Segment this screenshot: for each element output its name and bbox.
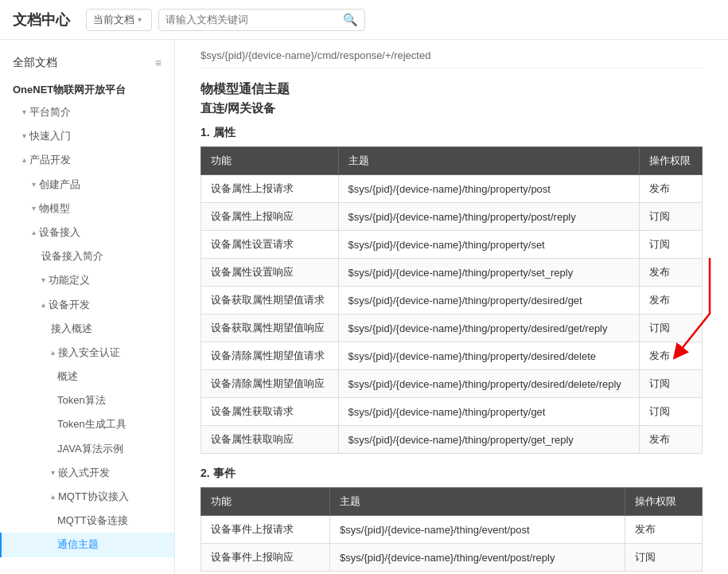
col-header-topic: 主题 — [338, 147, 639, 175]
table-row: 设备属性获取响应$sys/{pid}/{device-name}/thing/p… — [201, 426, 703, 454]
search-icon[interactable]: 🔍 — [343, 13, 358, 27]
table-cell: 设备事件上报请求 — [201, 516, 330, 544]
table-row: 设备属性设置请求$sys/{pid}/{device-name}/thing/p… — [201, 231, 703, 259]
sidebar-item-label: MQTT设备连接 — [57, 513, 128, 528]
arrow-icon: ▴ — [51, 491, 55, 502]
breadcrumb-path: $sys/{pid}/{device-name}/cmd/response/+/… — [200, 40, 703, 68]
sidebar-item-label: 平台简介 — [29, 105, 71, 119]
col-header-func: 功能 — [201, 488, 330, 516]
table-row: 设备清除属性期望值请求$sys/{pid}/{device-name}/thin… — [201, 342, 703, 370]
header: 文档中心 当前文档 ▾ 🔍 — [0, 0, 728, 40]
sidebar-item-platform[interactable]: ▾ 平台简介 — [0, 100, 174, 124]
sidebar-item-quickstart[interactable]: ▾ 快速入门 — [0, 124, 174, 148]
sidebar-item-label: 快速入门 — [29, 129, 71, 143]
table-cell: 设备清除属性期望值请求 — [201, 342, 339, 370]
sidebar-item-create-product[interactable]: ▾ 创建产品 — [0, 173, 174, 197]
main-layout: 全部文档 ≡ OneNET物联网开放平台 ▾ 平台简介 ▾ 快速入门 ▴ 产品开… — [0, 40, 728, 574]
sidebar-item-label: 物模型 — [39, 201, 70, 216]
arrow-icon: ▾ — [22, 107, 26, 118]
table-cell: 设备属性获取请求 — [201, 398, 339, 426]
arrow-icon: ▴ — [22, 154, 26, 166]
table-cell: 发布 — [625, 516, 703, 544]
sidebar-item-device-access[interactable]: ▴ 设备接入 — [0, 221, 174, 244]
logo: 文档中心 — [13, 10, 70, 29]
sidebar-item-label: 接入安全认证 — [58, 346, 120, 360]
sidebar-item-token-tool[interactable]: Token生成工具 — [0, 412, 174, 436]
table-row: 设备属性获取请求$sys/{pid}/{device-name}/thing/p… — [201, 398, 703, 426]
sidebar-item-token-algo[interactable]: Token算法 — [0, 389, 174, 412]
sidebar-item-overview[interactable]: 概述 — [0, 365, 174, 389]
table-row: 设备获取属性期望值响应$sys/{pid}/{device-name}/thin… — [201, 314, 703, 342]
table-cell: $sys/{pid}/{device-name}/thing/event/pos… — [330, 544, 625, 572]
table-row: 设备事件上报请求$sys/{pid}/{device-name}/thing/e… — [201, 516, 703, 544]
table-cell: $sys/{pid}/{device-name}/thing/property/… — [338, 203, 639, 231]
search-input[interactable] — [165, 14, 343, 25]
table-row: 设备属性设置响应$sys/{pid}/{device-name}/thing/p… — [201, 259, 703, 287]
col-header-perm: 操作权限 — [639, 147, 702, 175]
search-box: 🔍 — [158, 9, 365, 31]
all-docs-label: 全部文档 — [13, 56, 57, 70]
arrow-icon: ▾ — [32, 203, 36, 214]
sidebar-item-mqtt-connect[interactable]: MQTT设备连接 — [0, 509, 174, 533]
arrow-icon: ▾ — [32, 179, 36, 190]
sidebar-item-java-example[interactable]: JAVA算法示例 — [0, 437, 174, 461]
col-header-func: 功能 — [201, 147, 339, 175]
sidebar-item-label: 概述 — [57, 369, 78, 384]
table-cell: 订阅 — [639, 231, 702, 259]
table-cell: 设备属性设置请求 — [201, 231, 339, 259]
sidebar-item-label: Token算法 — [57, 393, 106, 408]
table-cell: 发布 — [639, 426, 702, 454]
sidebar-item-product-dev[interactable]: ▴ 产品开发 — [0, 148, 174, 172]
menu-icon: ≡ — [155, 57, 162, 69]
table-properties: 功能 主题 操作权限 设备属性上报请求$sys/{pid}/{device-na… — [200, 146, 703, 454]
arrow-icon: ▾ — [41, 275, 45, 286]
arrow-icon: ▴ — [41, 299, 45, 310]
table-cell: 设备属性上报响应 — [201, 203, 339, 231]
table-row: 设备属性上报请求$sys/{pid}/{device-name}/thing/p… — [201, 175, 703, 203]
table-cell: 设备获取属性期望值响应 — [201, 314, 339, 342]
sidebar-item-label: JAVA算法示例 — [57, 442, 123, 456]
table-cell: 设备属性上报请求 — [201, 175, 339, 203]
table-cell: 订阅 — [625, 544, 703, 572]
sidebar: 全部文档 ≡ OneNET物联网开放平台 ▾ 平台简介 ▾ 快速入门 ▴ 产品开… — [0, 40, 175, 574]
table-cell: $sys/{pid}/{device-name}/thing/property/… — [338, 314, 639, 342]
sidebar-item-thing-model[interactable]: ▾ 物模型 — [0, 197, 174, 221]
sidebar-item-label: 嵌入式开发 — [58, 466, 110, 480]
table-events: 功能 主题 操作权限 设备事件上报请求$sys/{pid}/{device-na… — [200, 487, 703, 572]
table-cell: $sys/{pid}/{device-name}/thing/property/… — [338, 231, 639, 259]
platform-title: OneNET物联网开放平台 — [0, 76, 174, 100]
section2-label: 2. 事件 — [200, 467, 703, 481]
table-cell: $sys/{pid}/{device-name}/thing/property/… — [338, 342, 639, 370]
table-cell: $sys/{pid}/{device-name}/thing/property/… — [338, 175, 639, 203]
table-row: 设备获取属性期望值请求$sys/{pid}/{device-name}/thin… — [201, 287, 703, 314]
table-cell: 发布 — [639, 175, 702, 203]
arrow-icon: ▴ — [32, 227, 36, 238]
sidebar-item-comm-topic[interactable]: 通信主题 — [0, 533, 174, 556]
sidebar-item-label: 设备接入简介 — [41, 249, 103, 264]
doc-select[interactable]: 当前文档 ▾ — [86, 9, 152, 31]
table-cell: 设备获取属性期望值请求 — [201, 287, 339, 314]
doc-select-label: 当前文档 — [93, 13, 134, 27]
section-title: 物模型通信主题 — [200, 81, 703, 98]
sidebar-item-func-def[interactable]: ▾ 功能定义 — [0, 268, 174, 292]
sidebar-item-mqtt-access[interactable]: ▴ MQTT协议接入 — [0, 485, 174, 509]
sidebar-item-label: 接入概述 — [51, 322, 92, 336]
table-cell: 设备清除属性期望值响应 — [201, 370, 339, 398]
arrow-icon: ▴ — [51, 347, 55, 358]
sidebar-item-embedded-dev[interactable]: ▾ 嵌入式开发 — [0, 461, 174, 485]
table-row: 设备清除属性期望值响应$sys/{pid}/{device-name}/thin… — [201, 370, 703, 398]
sidebar-item-label: Token生成工具 — [57, 417, 127, 431]
table-cell: 设备属性获取响应 — [201, 426, 339, 454]
sidebar-all-docs[interactable]: 全部文档 ≡ — [0, 49, 174, 76]
sidebar-item-device-dev[interactable]: ▴ 设备开发 — [0, 293, 174, 317]
sidebar-item-access-overview[interactable]: 接入概述 — [0, 317, 174, 341]
sidebar-item-access-intro[interactable]: 设备接入简介 — [0, 244, 174, 268]
sidebar-item-label: 通信主题 — [57, 537, 99, 552]
table-cell: 设备事件上报响应 — [201, 544, 330, 572]
table-cell: 订阅 — [639, 203, 702, 231]
table-cell: 设备属性设置响应 — [201, 259, 339, 287]
table-row: 设备属性上报响应$sys/{pid}/{device-name}/thing/p… — [201, 203, 703, 231]
sidebar-item-label: MQTT协议接入 — [58, 490, 129, 504]
table-cell: 发布 — [639, 287, 702, 314]
sidebar-item-security-auth[interactable]: ▴ 接入安全认证 — [0, 341, 174, 365]
